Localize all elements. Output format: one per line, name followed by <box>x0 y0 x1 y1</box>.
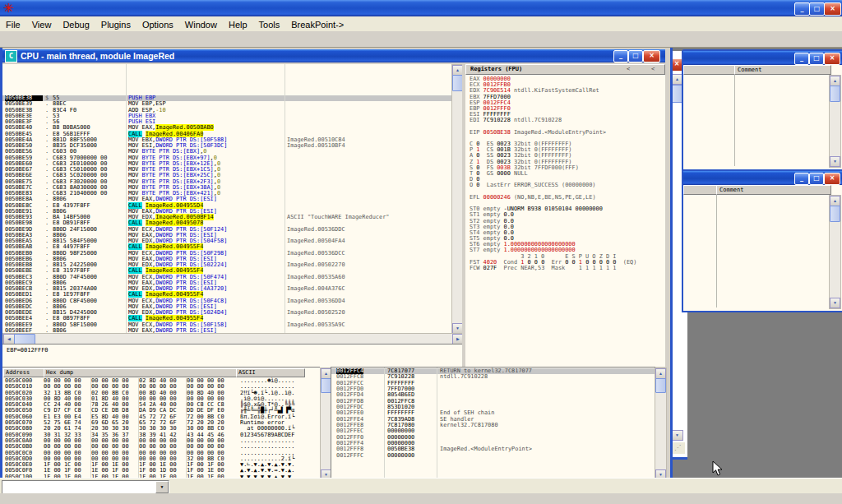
stack-row[interactable]: 0012FFF80050BE38ImageRed.<ModuleEntryPoi… <box>331 446 655 452</box>
column-divider <box>90 378 91 480</box>
disasm-row[interactable]: 0050BE8C.E8 4397F8FFCALL ImageRed.004955… <box>2 203 451 209</box>
disasm-row[interactable]: 0050BE83.C683 21040000 00MOV BYTE PTR DS… <box>2 191 451 197</box>
register-part: NULL <box>511 170 528 177</box>
cpu-window: C CPU - main thread, module ImageRed _ □… <box>0 48 673 484</box>
status-bar: Program entry point <box>0 493 842 504</box>
register-part: ImageRed.<ModuleEntryPoint> <box>511 129 606 136</box>
side-window-b: _ □ × Comment ▲ ▼ <box>682 169 842 312</box>
window-a-title-bar[interactable]: _ □ × <box>683 51 842 65</box>
stack-row[interactable]: 0012FFF000000000 <box>331 435 655 441</box>
stack-row[interactable]: 0012FFFC00000000 <box>331 453 655 459</box>
column-header-comment[interactable]: Comment <box>716 185 831 195</box>
register-line[interactable]: EDI 7C910228 ntdll.7C910228 <box>465 118 665 123</box>
column-header-blank[interactable] <box>683 185 719 195</box>
register-line[interactable]: EFL 00000246 (NO,NB,E,BE,NS,PE,GE,LE) <box>465 195 665 201</box>
register-part: GS <box>479 170 497 177</box>
disasm-row[interactable]: 0050BED6.8B0D C8F45000MOV ECX,DWORD PTR … <box>2 298 451 304</box>
register-part: LastErr ERROR_SUCCESS (00000000) <box>479 182 595 188</box>
disasm-row[interactable]: 0050BE3B.83C4 F0ADD ESP,-10 <box>2 108 451 113</box>
register-part: 0000 <box>497 170 511 177</box>
app-icon: ✳ <box>3 1 14 16</box>
registers-pane[interactable]: Registers (FPU) < < EAX 00000000ECX 0012… <box>465 64 665 367</box>
maximize-icon[interactable]: □ <box>809 2 825 16</box>
minimize-icon[interactable]: _ <box>613 50 628 62</box>
dump-pane[interactable]: Address Hex dump ASCII 0050C00000 00 00 … <box>2 367 320 480</box>
column-divider <box>384 368 385 480</box>
close-icon[interactable]: × <box>643 50 660 62</box>
minimize-icon[interactable]: _ <box>794 53 809 65</box>
column-divider <box>186 378 187 480</box>
info-pane-text: EBP=0012FFF0 <box>7 347 49 354</box>
register-line[interactable]: T 0 GS 0000 NULL <box>465 171 665 177</box>
register-line[interactable]: EIP 0050BE38 ImageRed.<ModuleEntryPoint> <box>465 130 665 136</box>
stack-row[interactable]: 0012FFCCFFFFFFFF <box>331 381 655 386</box>
maximize-icon[interactable]: □ <box>809 53 824 65</box>
side-window-a: _ □ × Comment ▲ ▼ <box>682 49 842 171</box>
stack-value: 00000000 <box>387 453 414 459</box>
close-icon[interactable]: × <box>824 173 840 185</box>
stack-comment: ntdll.7C910228 <box>440 374 488 380</box>
register-part: ntdll.KiFastSystemCallRet <box>511 87 599 94</box>
register-line[interactable]: FCW 027F Prec NEAR,53 Mask 1 1 1 1 1 1 <box>465 266 665 271</box>
dump-header-address[interactable]: Address <box>3 368 45 377</box>
instr-part: 0 <box>217 190 220 197</box>
stack-vscrollbar[interactable]: ▲ ▼ <box>655 368 667 481</box>
stack-row[interactable]: 0012FFE0FFFFFFFFEnd of SEH chain <box>331 410 655 416</box>
column-header-comment[interactable]: Comment <box>734 65 831 75</box>
window-b-title-bar[interactable]: _ □ × <box>683 171 842 185</box>
info-pane[interactable]: EBP=0012FFF0 <box>2 344 462 368</box>
instr-part: MOV EAX, <box>128 327 155 333</box>
disasm-row[interactable]: 0050BE9D.8B0D 24F15000MOV ECX,DWORD PTR … <box>2 227 451 233</box>
command-bar: ▼ <box>0 478 842 494</box>
register-part: 00000246 <box>483 194 511 201</box>
stack-row[interactable]: 0012FFD48054B6ED <box>331 392 655 398</box>
menu-bar: FileViewDebugPluginsOptionsWindowHelpToo… <box>0 16 842 32</box>
disassembly-pane[interactable]: 0050BE38$55PUSH EBP0050BE39.8BECMOV EBP,… <box>2 64 451 333</box>
scrollbar-thumb[interactable] <box>655 378 666 393</box>
stack-comment: ImageRed.<ModuleEntryPoint> <box>440 446 532 452</box>
disasm-row[interactable]: 0050BE38$55PUSH EBP <box>2 95 451 101</box>
minimize-icon[interactable]: _ <box>794 2 810 16</box>
register-part: FCW <box>470 265 483 271</box>
column-divider <box>734 75 735 166</box>
stack-pane[interactable]: 0012FFC47C817077RETURN to kernel32.7C817… <box>331 367 655 480</box>
stack-row[interactable]: 0012FFE87C817080kernel32.7C817080 <box>331 423 655 428</box>
stack-row[interactable]: 0012FFD07FFD7000 <box>331 386 655 392</box>
dump-header-ascii[interactable]: ASCII <box>236 368 305 377</box>
maximize-icon[interactable]: □ <box>809 173 824 185</box>
disasm-row[interactable]: 0050BEE9.8B0D 58F15000MOV ECX,DWORD PTR … <box>2 322 451 328</box>
register-line[interactable]: O 0 LastErr ERROR_SUCCESS (00000000) <box>465 183 665 188</box>
stack-row[interactable]: 0012FFD80012FFC8 <box>331 399 655 405</box>
mouse-cursor <box>712 460 723 477</box>
column-header-blank[interactable] <box>683 65 738 75</box>
combobox-dropdown-icon[interactable]: ▼ <box>155 481 169 493</box>
close-icon[interactable]: × <box>824 2 841 16</box>
app-title-bar[interactable]: ✳ _ □ × <box>0 0 842 16</box>
disasm-row[interactable]: 0050BEC3.8B0D 74F45000MOV ECX,DWORD PTR … <box>2 275 451 280</box>
register-part: -UNORM B938 01050104 00000000 <box>504 206 603 212</box>
minimize-icon[interactable]: _ <box>794 173 809 185</box>
command-input[interactable] <box>2 480 169 494</box>
column-divider <box>437 368 437 480</box>
stack-row[interactable]: 0012FFC47C817077RETURN to kernel32.7C817… <box>331 368 655 374</box>
instr-part: -10 <box>155 107 165 113</box>
dump-header-hex[interactable]: Hex dump <box>44 368 238 377</box>
window-a-scrollbar[interactable]: ▲ ▼ <box>829 75 841 168</box>
registers-header: Registers (FPU) <box>470 66 522 72</box>
cpu-title-bar[interactable]: C CPU - main thread, module ImageRed _ □… <box>2 49 665 62</box>
column-divider <box>138 378 139 480</box>
close-icon[interactable]: × <box>824 53 840 65</box>
window-b-scrollbar[interactable]: ▲ ▼ <box>829 195 841 309</box>
scroll-down-icon[interactable]: ▼ <box>671 430 683 441</box>
stack-row[interactable]: 0012FFEC00000000 <box>331 428 655 434</box>
disasm-row[interactable]: 0050BEB0.8B0D 98F25000MOV ECX,DWORD PTR … <box>2 251 451 257</box>
restore-icon[interactable]: □ <box>628 50 643 62</box>
column-divider <box>716 195 717 307</box>
instr-part: DWORD PTR DS:[ESI] <box>155 327 217 333</box>
registers-header-arrow[interactable]: < <box>651 66 655 72</box>
disasm-row[interactable]: 0050BE3E.53PUSH EBX <box>2 113 451 119</box>
registers-header-arrow[interactable]: < <box>627 66 630 72</box>
register-part: Prec NEAR,53 Mask 1 1 1 1 1 1 <box>497 265 616 271</box>
register-part: 027F <box>483 265 497 271</box>
stack-row[interactable]: 0012FFC87C910228ntdll.7C910228 <box>331 374 655 380</box>
